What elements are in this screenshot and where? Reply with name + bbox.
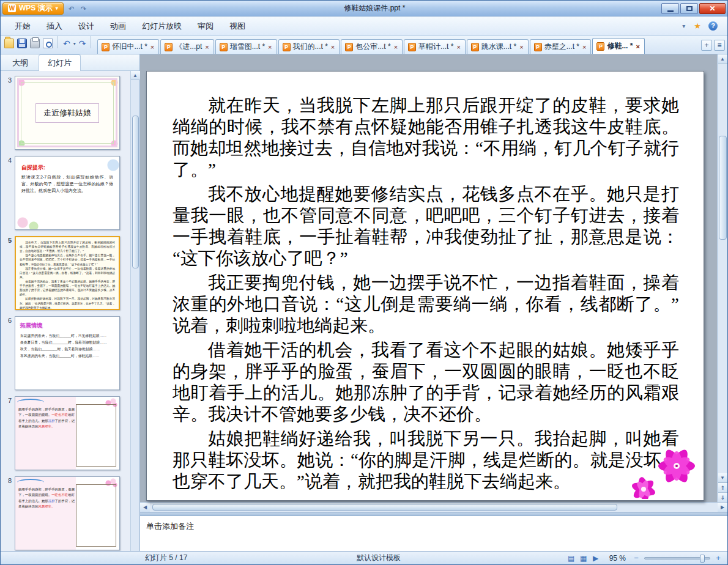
- menu-item-design[interactable]: 设计: [70, 17, 102, 35]
- doc-tab[interactable]: P 《进...pt ×: [160, 39, 214, 54]
- doc-tab[interactable]: P 怀旧中...t * ×: [97, 39, 159, 54]
- scroll-right-icon[interactable]: ▶: [718, 503, 727, 512]
- normal-view-icon[interactable]: ▤: [566, 554, 576, 563]
- doc-tab[interactable]: P 我们的...t * ×: [278, 39, 340, 54]
- menu-item-insert[interactable]: 插入: [39, 17, 70, 35]
- scroll-up-icon[interactable]: ▲: [131, 71, 140, 80]
- scroll-up-icon[interactable]: ▲: [718, 54, 727, 64]
- slide-thumbnail[interactable]: 走近修鞋姑娘: [15, 76, 120, 150]
- slide-thumbnail-row-8: 8 她矮乎乎的身架，胖乎乎的脸蛋，蚕眉下，一双圆圆的眼睛。一眨也不眨地盯着手上的…: [2, 476, 127, 550]
- print-icon[interactable]: [30, 39, 40, 48]
- wps-app-button-label: WPS 演示: [19, 3, 53, 13]
- doc-tab-active[interactable]: P 修鞋... * ×: [592, 38, 644, 54]
- text-segment-blue: 冻肿: [48, 419, 55, 423]
- slide-canvas[interactable]: 就在昨天，当我脱下左脚上那只后跟开绽了的皮鞋，要求她绱绱的时候，我不禁有点怀疑她…: [140, 54, 717, 502]
- open-file-icon[interactable]: [4, 39, 14, 48]
- slide-thumbnail-row-7: 7 她矮乎乎的身架，胖乎乎的脸蛋，蚕眉下，一双圆圆的眼睛。一眨也不眨地盯着手上的…: [2, 396, 127, 470]
- slide-sorter-icon[interactable]: ▦: [579, 554, 589, 563]
- menu-item-view[interactable]: 视图: [221, 17, 253, 35]
- menu-item-animation[interactable]: 动画: [102, 17, 134, 35]
- horizontal-scrollbar[interactable]: ◀ ▶: [140, 502, 727, 512]
- menu-item-home[interactable]: 开始: [7, 17, 39, 35]
- thumb-paragraph: 就在昨天，当我脱下左脚上那只后跟开绽了的皮鞋，要求她绱绱的时候，我不禁有点怀疑她…: [20, 240, 115, 253]
- slide-thumbnail[interactable]: 自探提示: 默读课文2-7自然段，划出描写姑娘动作、语言、外貌的句子，想想这是一…: [15, 156, 120, 230]
- close-icon: ✕: [709, 4, 715, 13]
- close-button[interactable]: ✕: [699, 3, 726, 14]
- tab-close-icon[interactable]: ×: [204, 43, 209, 51]
- previous-slide-button[interactable]: ⇑: [718, 482, 727, 492]
- doc-tab[interactable]: P 包公审...t * ×: [341, 39, 403, 54]
- redo-icon[interactable]: ↷: [79, 39, 86, 48]
- doc-tab-label: 草帽计...t *: [418, 42, 453, 52]
- new-tab-button[interactable]: +: [701, 40, 712, 51]
- thumb-paragraph: 借着她干活的机会，我看了看这个不起眼的姑娘。她矮乎乎的身架，胖乎乎的脸蛋，蚕眉下…: [20, 279, 115, 297]
- zoom-in-button[interactable]: +: [714, 554, 722, 563]
- presentation-doc-icon: P: [283, 43, 291, 51]
- doc-tab-label: 《进...pt: [175, 42, 202, 52]
- zoom-slider[interactable]: [644, 557, 710, 559]
- slide-thumbnail-selected[interactable]: 就在昨天，当我脱下左脚上那只后跟开绽了的皮鞋，要求她绱绱的时候，我不禁有点怀疑她…: [15, 236, 120, 310]
- maximize-button[interactable]: [680, 3, 698, 14]
- tab-slides[interactable]: 幻灯片: [39, 54, 81, 71]
- quick-redo-icon[interactable]: ↷: [80, 4, 88, 13]
- scrollbar-thumb[interactable]: [132, 116, 139, 268]
- minimize-button[interactable]: [661, 3, 679, 14]
- doc-tab[interactable]: P 草帽计...t * ×: [404, 39, 466, 54]
- slide-text-block[interactable]: 就在昨天，当我脱下左脚上那只后跟开绽了的皮鞋，要求她绱绱的时候，我不禁有点怀疑她…: [147, 72, 704, 492]
- zoom-slider-thumb[interactable]: [700, 555, 705, 563]
- tab-close-icon[interactable]: ×: [150, 43, 155, 51]
- notes-pane[interactable]: 单击添加备注: [140, 515, 727, 551]
- tab-close-icon[interactable]: ×: [456, 43, 461, 51]
- next-slide-button[interactable]: ⇓: [718, 492, 727, 502]
- slide-number: 6: [2, 316, 12, 390]
- canvas-row: 就在昨天，当我脱下左脚上那只后跟开绽了的皮鞋，要求她绱绱的时候，我不禁有点怀疑她…: [140, 54, 727, 502]
- tab-close-icon[interactable]: ×: [519, 43, 524, 51]
- undo-dropdown-icon[interactable]: ▾: [73, 41, 76, 46]
- toolbar: ↶ ▾ ↷ P 怀旧中...t * × P 《进...pt × P 瑞雪图...…: [1, 36, 727, 54]
- slide-thumbnail[interactable]: 拓展情境 百花盛开的春天，当我们______时，只见修鞋姑娘…… 炎炎夏日里，当…: [15, 316, 120, 390]
- slideshow-icon[interactable]: ▶: [591, 554, 601, 563]
- scrollbar-thumb[interactable]: [719, 136, 727, 240]
- quick-save-icon[interactable]: ↶: [67, 4, 76, 13]
- tab-close-icon[interactable]: ×: [582, 43, 587, 51]
- doc-tab[interactable]: P 瑞雪图...t * ×: [215, 39, 277, 54]
- vertical-scrollbar[interactable]: ▲ ▼ ⇑ ⇓: [717, 54, 727, 502]
- tab-close-icon[interactable]: ×: [330, 43, 335, 51]
- promo-star-icon[interactable]: ★: [690, 21, 705, 31]
- scroll-down-icon[interactable]: ▼: [718, 473, 727, 482]
- print-preview-icon[interactable]: [43, 39, 53, 48]
- slide-thumbnail[interactable]: 她矮乎乎的身架，胖乎乎的脸蛋，蚕眉下，一双圆圆的眼睛。一眨也不眨地盯着手上的活儿…: [15, 476, 120, 550]
- save-icon[interactable]: [17, 39, 27, 48]
- tab-close-icon[interactable]: ×: [267, 43, 272, 51]
- slide-thumbnail-row-3: 3 走近修鞋姑娘: [2, 76, 127, 150]
- design-template-label[interactable]: 默认设计模板: [353, 553, 404, 563]
- tab-close-icon[interactable]: ×: [393, 43, 398, 51]
- document-tab-bar: P 怀旧中...t * × P 《进...pt × P 瑞雪图...t * × …: [97, 38, 699, 54]
- zoom-out-button[interactable]: −: [632, 554, 641, 563]
- text-segment-blue: 冻肿: [48, 499, 55, 503]
- ribbon-collapse-icon[interactable]: ▾: [677, 23, 690, 29]
- notes-placeholder[interactable]: 单击添加备注: [146, 521, 721, 532]
- current-slide[interactable]: 就在昨天，当我脱下左脚上那只后跟开绽了的皮鞋，要求她绱绱的时候，我不禁有点怀疑她…: [146, 71, 704, 501]
- thumb-line: 百花盛开的春天，当我们______时，只见修鞋姑娘……: [20, 333, 114, 339]
- wps-app-button[interactable]: W WPS 演示 ▾: [2, 2, 64, 15]
- slide-thumbnail[interactable]: 她矮乎乎的身架，胖乎乎的脸蛋，蚕眉下，一双圆圆的眼睛。一眨也不眨地盯着手上的活儿…: [15, 396, 120, 470]
- zoom-level-label: 95 %: [609, 554, 626, 563]
- doc-tab[interactable]: P 跳水课...t * ×: [467, 39, 529, 54]
- doc-tab[interactable]: P 赤壁之...t * ×: [530, 39, 592, 54]
- tab-list-button[interactable]: ≡: [714, 40, 725, 51]
- scrollbar-thumb[interactable]: [152, 504, 617, 511]
- chevron-down-icon: ▾: [56, 6, 58, 11]
- menu-item-review[interactable]: 审阅: [190, 17, 221, 35]
- tab-outline[interactable]: 大纲: [3, 54, 37, 70]
- menu-item-slideshow[interactable]: 幻灯片放映: [134, 17, 190, 35]
- tab-extra-controls: + ≡: [701, 40, 725, 54]
- tab-close-icon[interactable]: ×: [635, 43, 640, 50]
- sidebar-scrollbar[interactable]: ▲: [130, 71, 139, 551]
- undo-icon[interactable]: ↶: [63, 39, 70, 48]
- scroll-left-icon[interactable]: ◀: [140, 503, 150, 512]
- help-icon[interactable]: ?: [708, 21, 718, 31]
- presentation-doc-icon: P: [345, 43, 353, 51]
- slide-counter: 幻灯片 5 / 17: [141, 553, 191, 563]
- thumb-line: 炎炎夏日里，当我们________时，我看到修鞋姑娘……: [20, 339, 114, 346]
